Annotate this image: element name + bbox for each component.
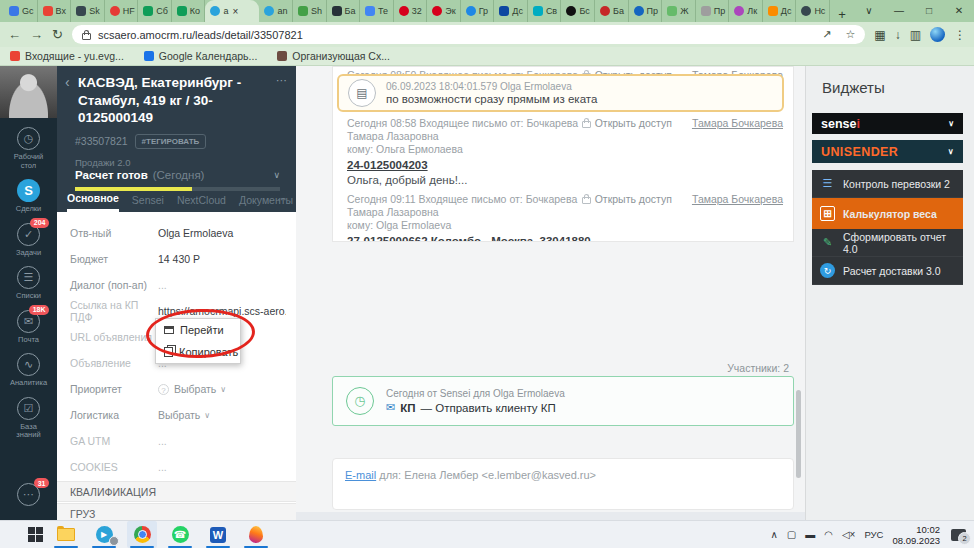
- email-message[interactable]: Сегодня 08:58 Входящее письмо от: Бочкар…: [347, 117, 783, 186]
- sidebar-item[interactable]: ☰ Списки: [0, 266, 57, 301]
- bookmark-star-icon[interactable]: ☆: [845, 28, 855, 41]
- message-subject-link[interactable]: 27-0125000662 Коломбо - Москва, 33041880: [347, 235, 783, 242]
- extensions-icon[interactable]: ▦: [874, 28, 885, 42]
- volume-muted-icon[interactable]: ◁×: [842, 529, 856, 540]
- new-tab-button[interactable]: +: [830, 7, 854, 22]
- address-url[interactable]: scsaero.amocrm.ru/leads/detail/33507821: [98, 29, 303, 41]
- browser-tab[interactable]: Дс: [494, 0, 528, 22]
- lead-tab[interactable]: NextCloud: [177, 187, 226, 212]
- address-bar[interactable]: scsaero.amocrm.ru/leads/detail/33507821 …: [72, 25, 865, 44]
- taskbar-explorer[interactable]: [51, 521, 81, 548]
- unisender-widget-header[interactable]: UNISENDER ∨: [812, 140, 963, 163]
- sidebar-item[interactable]: ✓ 204 Задачи: [0, 223, 57, 258]
- browser-tab[interactable]: a ×: [205, 0, 259, 22]
- widget-button[interactable]: ✎ Сформировать отчет 4.0: [812, 229, 963, 257]
- lead-status[interactable]: Расчет готов: [75, 169, 148, 181]
- email-message[interactable]: Сегодня 09:11 Входящее письмо от: Бочкар…: [347, 193, 783, 242]
- open-access-link[interactable]: Открыть доступ: [595, 193, 672, 205]
- battery-icon[interactable]: ▬: [805, 529, 815, 540]
- back-chevron-icon[interactable]: ‹: [65, 74, 75, 91]
- email-compose-card[interactable]: E-mail для: Елена Лембер <e.lember@kasve…: [332, 458, 794, 510]
- browser-tab[interactable]: Лк: [729, 0, 763, 22]
- browser-tab[interactable]: Эк: [427, 0, 461, 22]
- status-chevron-icon[interactable]: ∨: [273, 170, 280, 180]
- browser-tab[interactable]: Ж: [662, 0, 696, 22]
- contact-link[interactable]: Тамара Бочкарева: [692, 117, 783, 129]
- tabs-more-icon[interactable]: ⋯: [277, 187, 288, 212]
- sensei-widget-header[interactable]: sensei ∨: [812, 113, 963, 134]
- open-access-link[interactable]: Открыть доступ: [595, 117, 672, 129]
- minimize-icon[interactable]: —: [884, 0, 914, 22]
- sidebar-item[interactable]: ∿ Аналитика: [0, 353, 57, 388]
- browser-menu-icon[interactable]: ⋮: [954, 28, 966, 42]
- lead-menu-icon[interactable]: ⋯: [276, 74, 288, 87]
- sidebar-item[interactable]: S Сделки: [0, 179, 57, 214]
- lead-tabs-more[interactable]: ⋯: [277, 187, 288, 212]
- field-value[interactable]: Выбрать: [158, 409, 200, 421]
- browser-tab[interactable]: Пр: [696, 0, 730, 22]
- profile-avatar[interactable]: [930, 27, 945, 42]
- notification-center-icon[interactable]: 2: [951, 529, 966, 541]
- wifi-icon[interactable]: ◠: [824, 529, 833, 540]
- sidebar-item[interactable]: ✉ 18K Почта: [0, 310, 57, 345]
- browser-tab[interactable]: Ко: [172, 0, 206, 22]
- downloads-icon[interactable]: ↓: [895, 28, 901, 42]
- chevron-down-icon[interactable]: ∨: [948, 147, 954, 156]
- close-icon[interactable]: ✕: [944, 0, 974, 22]
- browser-tab[interactable]: Те: [360, 0, 394, 22]
- taskbar-chrome[interactable]: [127, 521, 157, 548]
- sidebar-item-chat[interactable]: ⋯ 31: [0, 483, 57, 506]
- browser-tab[interactable]: Нс: [796, 0, 830, 22]
- taskbar-whatsapp[interactable]: ☎: [165, 521, 195, 548]
- bookmark-item[interactable]: Входящие - yu.evg...: [10, 50, 124, 62]
- sensei-task-card[interactable]: ◷ Сегодня от Sensei для Olga Ermolaeva ✉…: [332, 376, 794, 426]
- bookmark-item[interactable]: Организующая Сх...: [277, 50, 390, 62]
- message-subject-link[interactable]: 24-0125004203: [347, 159, 783, 171]
- browser-tab[interactable]: Ба: [327, 0, 361, 22]
- lead-tab[interactable]: Основное: [67, 187, 119, 212]
- field-value[interactable]: 14 430 Р: [158, 253, 200, 265]
- field-value[interactable]: Выбрать: [174, 383, 216, 395]
- browser-tab[interactable]: an: [259, 0, 293, 22]
- start-button[interactable]: [28, 527, 43, 542]
- browser-tab[interactable]: 32: [394, 0, 428, 22]
- pipeline-name[interactable]: Продажи 2.0: [75, 157, 288, 168]
- taskbar-telegram[interactable]: ▶: [89, 521, 119, 548]
- field-value[interactable]: ...: [158, 435, 167, 447]
- tag-button[interactable]: #ТЕГИРОВАТЬ: [135, 134, 207, 149]
- browser-tab[interactable]: Сб: [138, 0, 172, 22]
- maximize-icon[interactable]: □: [914, 0, 944, 22]
- user-avatar[interactable]: [0, 66, 57, 118]
- browser-tab[interactable]: Sh: [293, 0, 327, 22]
- browser-tab[interactable]: Ба: [595, 0, 629, 22]
- back-icon[interactable]: ←: [8, 27, 21, 42]
- field-value[interactable]: ...: [158, 279, 167, 291]
- share-icon[interactable]: ↗: [822, 28, 831, 41]
- sidebar-item[interactable]: ☑ База знаний: [0, 397, 57, 440]
- participants-label[interactable]: Участники: 2: [727, 362, 789, 374]
- browser-tab[interactable]: Пр: [629, 0, 663, 22]
- taskbar-word[interactable]: W: [203, 521, 233, 548]
- browser-tab[interactable]: Вх: [38, 0, 72, 22]
- browser-tab[interactable]: Бс: [561, 0, 595, 22]
- taskbar-browser-flame[interactable]: [241, 521, 271, 548]
- sidebar-item[interactable]: ◷ Рабочий стол: [0, 127, 57, 170]
- tab-search-chevron-icon[interactable]: ∨: [854, 0, 884, 22]
- browser-tab[interactable]: Дс: [763, 0, 797, 22]
- field-value[interactable]: Olga Ermolaeva: [158, 227, 233, 239]
- tray-window-icon[interactable]: ▢: [787, 529, 796, 540]
- browser-tab[interactable]: Sk: [71, 0, 105, 22]
- tray-chevron-icon[interactable]: ∧: [770, 529, 777, 540]
- contact-link[interactable]: Тамара Бочкарева: [692, 193, 783, 205]
- email-type-link[interactable]: E-mail: [345, 469, 376, 481]
- bookmark-item[interactable]: Google Календарь...: [144, 50, 258, 62]
- widget-button[interactable]: ⊞ Калькулятор веса: [812, 198, 963, 229]
- lead-title[interactable]: КАСВЭД, Екатеринбург - Стамбул, 419 кг /…: [78, 74, 273, 127]
- browser-tab[interactable]: Гр: [461, 0, 495, 22]
- forward-icon[interactable]: →: [30, 27, 43, 42]
- language-indicator[interactable]: РУС: [864, 529, 883, 540]
- taskbar-clock[interactable]: 10:02 08.09.2023: [892, 524, 940, 546]
- browser-tab[interactable]: Св: [528, 0, 562, 22]
- help-icon[interactable]: ?: [158, 384, 169, 395]
- browser-tab[interactable]: Gc: [4, 0, 38, 22]
